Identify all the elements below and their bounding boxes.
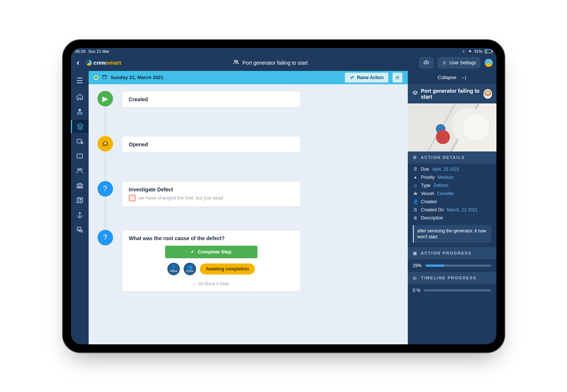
panel-title-row: Port generator failing to start — [408, 84, 496, 103]
detail-vessel: ⛴ Vessel Corvette — [413, 191, 491, 196]
left-nav: ☰ — [71, 71, 89, 344]
vessel-value: Corvette — [437, 191, 454, 196]
section-timeline-progress-label: TIMELINE PROGRESS — [421, 276, 477, 280]
svg-point-1 — [236, 61, 238, 62]
timeline-progress-pct: 0 % — [413, 288, 421, 293]
back-button[interactable]: ‹ — [75, 58, 82, 68]
svg-point-11 — [397, 77, 398, 78]
role-badge-office[interactable]: 👤 Office — [167, 263, 180, 275]
timeline-card-investigate[interactable]: Investigate Defect we have changed the f… — [122, 181, 301, 207]
section-action-progress-label: ACTION PROGRESS — [421, 251, 472, 255]
collapse-icon: →| — [460, 75, 466, 80]
defect-image[interactable] — [408, 103, 496, 151]
svg-point-9 — [79, 212, 80, 213]
due-value: April, 20 2021 — [432, 167, 460, 172]
list-icon: ▦ — [413, 251, 417, 255]
type-label: Type — [421, 183, 431, 188]
nav-crew[interactable] — [71, 164, 89, 177]
svg-point-0 — [235, 60, 236, 62]
doc-icon: 🗎 — [413, 215, 418, 221]
timeline-card-opened[interactable]: Opened — [122, 136, 301, 153]
calendar-icon: 🗓 — [413, 167, 418, 172]
app-logo-icon[interactable] — [485, 59, 493, 67]
timeline-card-rootcause: What was the root cause of the defect? ✓… — [122, 230, 301, 292]
detail-created-on: 🗓 Created On March, 21 2021 — [413, 207, 491, 212]
timeline-investigate-note: we have changed the fuel, but just dead — [139, 195, 223, 201]
header-title: Port generator failing to start — [126, 59, 415, 67]
timeline-node-opened-icon — [98, 136, 113, 151]
nav-layers[interactable] — [71, 120, 89, 133]
cloud-sync-button[interactable] — [419, 57, 433, 68]
timeline-node-rootcause-icon: ? — [98, 230, 113, 245]
timeline-investigate-title: Investigate Defect — [129, 187, 294, 192]
priority-value: Medium — [438, 175, 454, 180]
panel-title: Port generator failing to start — [421, 88, 481, 100]
svg-point-6 — [78, 168, 79, 170]
assignee-avatar[interactable] — [484, 89, 492, 99]
details-panel: Collapse →| Port generator failing to st… — [408, 71, 496, 344]
section-action-progress: ▦ ACTION PROGRESS — [408, 247, 496, 259]
section-timeline-progress: ◴ TIMELINE PROGRESS — [408, 272, 496, 284]
complete-step-button[interactable]: ✓ Complete Step — [165, 246, 257, 258]
group-icon — [233, 59, 239, 67]
logo-swirl-icon — [86, 60, 92, 66]
raise-action-label: Raise Action — [357, 75, 383, 80]
collapse-button[interactable]: Collapse →| — [408, 71, 496, 84]
awaiting-completion-pill: Awaiting completion — [200, 263, 255, 275]
nav-inventory[interactable] — [71, 179, 89, 192]
nav-home[interactable] — [71, 90, 89, 103]
home-icon: ⌂ — [413, 183, 418, 188]
note-icon — [129, 195, 136, 201]
nav-tasks[interactable] — [71, 134, 89, 148]
view-settings-button[interactable] — [392, 72, 403, 83]
ship-icon: ⛴ — [413, 191, 418, 196]
timeline-node-investigate-icon: ? — [98, 181, 113, 197]
clock-icon: ◴ — [413, 276, 417, 280]
svg-point-2 — [444, 62, 445, 64]
description-label: Description — [421, 215, 443, 221]
status-dot-icon — [94, 75, 98, 80]
timeline-progress-row: 0 % — [408, 284, 496, 297]
due-label: Due — [421, 167, 429, 172]
detail-type: ⌂ Type Defects — [413, 183, 491, 188]
timeline-created-label: Created — [129, 96, 294, 102]
page-title: Port generator failing to start — [242, 60, 308, 66]
brand-logo[interactable]: crewsmart — [86, 59, 121, 66]
user-settings-label: User Settings — [449, 60, 476, 65]
go-back-step-button[interactable]: ⎌ Go Back A Step — [193, 281, 229, 286]
section-details-label: ACTION DETAILS — [421, 155, 465, 160]
app-header: ‹ crewsmart Port generator failing to st… — [71, 55, 496, 71]
people-icon: 👥 — [187, 265, 192, 269]
nav-vessel[interactable] — [71, 105, 89, 118]
priority-label: Priority — [421, 175, 435, 180]
nav-map[interactable] — [71, 194, 89, 207]
created-on-label: Created On — [421, 207, 444, 212]
raise-action-button[interactable]: Raise Action — [345, 72, 388, 83]
nav-alerts[interactable] — [71, 149, 89, 163]
menu-button[interactable]: ☰ — [71, 74, 89, 87]
nav-anchor[interactable] — [71, 208, 89, 222]
user-settings-button[interactable]: User Settings — [438, 57, 480, 68]
check-icon: ✓ — [191, 249, 195, 255]
calendar-icon: 🗓 — [413, 207, 418, 212]
date-label: Sunday 21, March 2021 — [111, 75, 164, 80]
timeline-node-created-icon: ▶ — [98, 91, 113, 106]
location-icon: ➤ — [468, 49, 472, 54]
timeline-progress-bar — [424, 289, 491, 292]
complete-step-label: Complete Step — [198, 249, 231, 255]
type-value: Defects — [434, 183, 449, 188]
role-badge-crew[interactable]: 👥 Crew — [184, 263, 196, 275]
nav-chat[interactable] — [71, 223, 89, 236]
detail-description: 🗎 Description — [413, 215, 491, 221]
created-label: Created — [421, 199, 437, 204]
detail-due: 🗓 Due April, 20 2021 — [413, 167, 491, 172]
svg-rect-3 — [77, 139, 81, 143]
section-action-details: ⚙ ACTION DETAILS — [408, 151, 496, 164]
vessel-label: Vessel — [421, 191, 434, 196]
ios-status-bar: 08:18 Sun 21 Mar ᯤ ➤ 31% — [71, 48, 496, 55]
timeline-card-created[interactable]: Created — [122, 91, 301, 108]
action-progress-row: 29% — [408, 259, 496, 272]
description-text: after servicing the generator, it now wo… — [413, 225, 491, 243]
svg-point-8 — [80, 199, 81, 200]
calendar-icon — [102, 74, 107, 81]
